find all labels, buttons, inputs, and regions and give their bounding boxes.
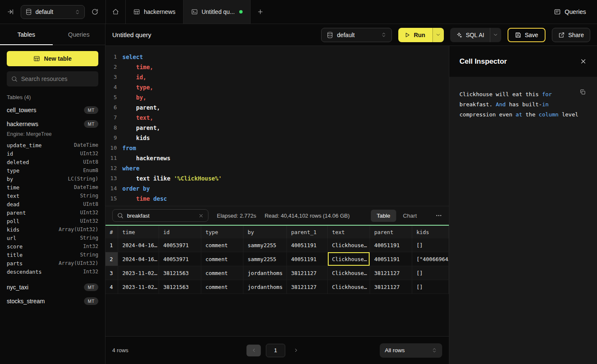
table-cell[interactable]: 38121127 (287, 280, 328, 294)
table-cell[interactable]: 2024-04-16… (118, 252, 159, 266)
table-row[interactable]: 32023-11-02…38121563commentjordanthoms38… (105, 266, 449, 280)
table-cell[interactable]: jordanthoms (243, 266, 287, 280)
column-header[interactable]: text (328, 226, 370, 238)
run-options-button[interactable] (432, 28, 444, 42)
table-row[interactable]: 22024-04-16…40053971commentsammy22554005… (105, 252, 449, 266)
table-cell[interactable]: 38121127 (287, 266, 328, 280)
tab-hackernews[interactable]: hackernews (126, 0, 184, 24)
close-inspector-button[interactable] (580, 58, 587, 65)
table-row[interactable]: nyc_taxiMT (7, 280, 98, 294)
table-cell[interactable]: 40053971 (159, 238, 201, 252)
save-button[interactable]: Save (508, 28, 546, 42)
query-database-selector[interactable]: default (321, 28, 392, 42)
code-line[interactable]: 14order by (105, 183, 449, 194)
view-table-toggle[interactable]: Table (371, 210, 396, 222)
table-row[interactable]: cell_towersMT (7, 103, 98, 117)
page-number-input[interactable] (266, 344, 285, 357)
previous-page-button[interactable] (246, 345, 261, 356)
table-cell[interactable]: sammy2255 (243, 252, 287, 266)
topbar-database-selector[interactable]: default (21, 5, 85, 19)
code-line[interactable]: 9 kids (105, 133, 449, 143)
tab-home[interactable] (105, 0, 126, 24)
code-line[interactable]: 5 by, (105, 92, 449, 102)
table-row[interactable]: 12024-04-16…40053971commentsammy22554005… (105, 238, 449, 252)
column-header[interactable]: time (118, 226, 159, 238)
table-cell[interactable]: 2023-11-02… (118, 280, 159, 294)
share-button[interactable]: Share (552, 28, 590, 42)
column-header[interactable]: id (159, 226, 201, 238)
table-cell[interactable]: 3 (105, 266, 118, 280)
code-line[interactable]: 2 time, (105, 62, 449, 72)
column-header[interactable]: by (243, 226, 287, 238)
queries-button[interactable]: Queries (554, 8, 586, 15)
new-table-button[interactable]: New table (7, 51, 98, 66)
column-header[interactable]: parent_1 (287, 226, 328, 238)
table-row[interactable]: stocks_streamMT (7, 294, 98, 308)
table-cell[interactable]: Clickhouse… (328, 238, 370, 252)
table-cell[interactable]: 2023-11-02… (118, 266, 159, 280)
table-cell[interactable]: 40051191 (287, 252, 328, 266)
page-size-selector[interactable]: All rows (380, 343, 442, 358)
table-cell[interactable]: 38121563 (159, 280, 201, 294)
view-chart-toggle[interactable]: Chart (397, 210, 423, 222)
table-cell[interactable]: 40051191 (370, 238, 412, 252)
table-cell[interactable]: sammy2255 (243, 238, 287, 252)
table-cell[interactable]: [] (412, 238, 449, 252)
code-line[interactable]: 6 parent, (105, 102, 449, 113)
table-cell[interactable]: comment (201, 280, 243, 294)
results-more-button[interactable] (435, 212, 442, 219)
code-line[interactable]: 15 time desc (105, 194, 449, 204)
run-button[interactable]: Run (398, 28, 432, 42)
table-cell[interactable]: jordanthoms (243, 280, 287, 294)
results-filter-input[interactable] (127, 213, 195, 219)
column-header[interactable]: type (201, 226, 243, 238)
sql-ai-options-button[interactable] (490, 28, 501, 42)
column-header[interactable]: kids (412, 226, 449, 238)
code-line[interactable]: 3 id, (105, 72, 449, 82)
code-line[interactable]: 12where (105, 163, 449, 173)
table-cell[interactable]: 2024-04-16… (118, 238, 159, 252)
table-row[interactable]: 42023-11-02…38121563commentjordanthoms38… (105, 280, 449, 294)
table-cell[interactable]: 4 (105, 280, 118, 294)
code-line[interactable]: 4 type, (105, 82, 449, 92)
next-page-button[interactable] (290, 348, 301, 353)
copy-cell-button[interactable] (579, 89, 586, 95)
code-line[interactable]: 11 hackernews (105, 153, 449, 163)
sql-ai-button[interactable]: SQL AI (450, 28, 490, 42)
table-cell[interactable]: comment (201, 266, 243, 280)
table-cell[interactable]: comment (201, 252, 243, 266)
table-cell[interactable]: Clickhouse… (328, 280, 370, 294)
table-cell[interactable]: 38121127 (370, 280, 412, 294)
code-line[interactable]: 1select (105, 52, 449, 62)
code-line[interactable]: 13 text ilike '%ClickHouse%' (105, 173, 449, 183)
code-line[interactable]: 7 text, (105, 113, 449, 123)
search-resources-input[interactable] (21, 75, 94, 82)
refresh-button[interactable] (90, 7, 100, 17)
table-cell[interactable]: 40051191 (287, 238, 328, 252)
table-cell[interactable]: 1 (105, 238, 118, 252)
collapse-sidebar-button[interactable] (5, 7, 16, 17)
table-cell[interactable]: [] (412, 266, 449, 280)
table-cell[interactable]: 2 (105, 252, 118, 266)
code-line[interactable]: 8 parent, (105, 123, 449, 133)
column-header[interactable]: # (105, 226, 118, 238)
clear-filter-button[interactable] (198, 213, 204, 218)
table-cell[interactable]: [] (412, 280, 449, 294)
sql-editor[interactable]: 1select2 time,3 id,4 type,5 by,6 parent,… (105, 46, 449, 206)
code-line[interactable]: 10from (105, 143, 449, 153)
table-cell[interactable]: 40051191 (370, 252, 412, 266)
table-cell[interactable]: ["40066964… (412, 252, 449, 266)
column-header[interactable]: parent (370, 226, 412, 238)
table-cell[interactable]: 38121127 (370, 266, 412, 280)
new-tab-button[interactable] (251, 0, 270, 24)
table-cell[interactable]: comment (201, 238, 243, 252)
table-cell[interactable]: 40053971 (159, 252, 201, 266)
table-row[interactable]: hackernewsMT (7, 117, 98, 131)
sidebar-tab-queries[interactable]: Queries (53, 24, 105, 45)
table-cell[interactable]: Clickhouse… (328, 266, 370, 280)
table-cell[interactable]: 38121563 (159, 266, 201, 280)
table-cell[interactable]: Clickhouse… (328, 252, 370, 266)
line-number: 15 (105, 194, 122, 204)
sidebar-tab-tables[interactable]: Tables (0, 24, 53, 45)
tab-untitled-query[interactable]: Untitled qu... (184, 0, 251, 24)
